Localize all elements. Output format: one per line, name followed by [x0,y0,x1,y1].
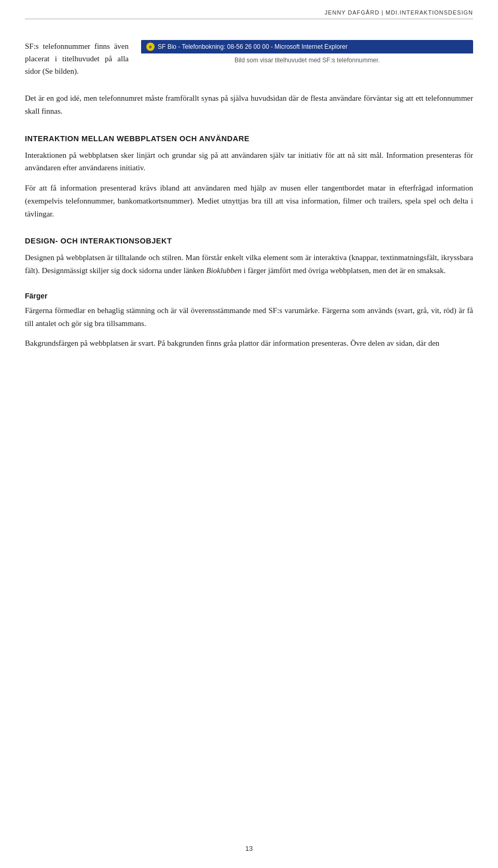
section2-para1: Designen på webbplatsen är tilltalande o… [25,251,473,277]
page-number: 13 [245,845,253,852]
section1-para1: Interaktionen på webbplatsen sker linjär… [25,149,473,175]
browser-caption: Bild som visar titelhuvudet med SF:s tel… [141,53,473,65]
section3-para1: Färgerna förmedlar en behaglig stämning … [25,304,473,330]
intro-left-text: SF:s telefonnummer finns även placerat i… [25,40,129,77]
browser-bar: e SF Bio - Telefonbokning: 08-56 26 00 0… [141,40,473,53]
section3-subheading: Färger [25,292,473,300]
section3-para2: Bakgrundsfärgen på webbplatsen är svart.… [25,337,473,350]
browser-icon: e [146,43,155,51]
intro-right-block: e SF Bio - Telefonbokning: 08-56 26 00 0… [141,40,473,65]
section1-heading: INTERAKTION MELLAN WEBBPLATSEN OCH ANVÄN… [25,134,473,143]
section2-heading: DESIGN- OCH INTERAKTIONSOBJEKT [25,237,473,245]
intro-section: SF:s telefonnummer finns även placerat i… [25,40,473,77]
section1-para2: För att få information presenterad krävs… [25,182,473,220]
browser-title: SF Bio - Telefonbokning: 08-56 26 00 00 … [158,43,348,50]
page-header: JENNY DAFGÅRD | MDI.INTERAKTIONSDESIGN [0,0,498,16]
page-footer: 13 [0,834,498,868]
intro-full-para: Det är en god idé, men telefonnumret mås… [25,92,473,118]
page-content: SF:s telefonnummer finns även placerat i… [0,19,498,378]
header-title: JENNY DAFGÅRD | MDI.INTERAKTIONSDESIGN [325,9,473,16]
